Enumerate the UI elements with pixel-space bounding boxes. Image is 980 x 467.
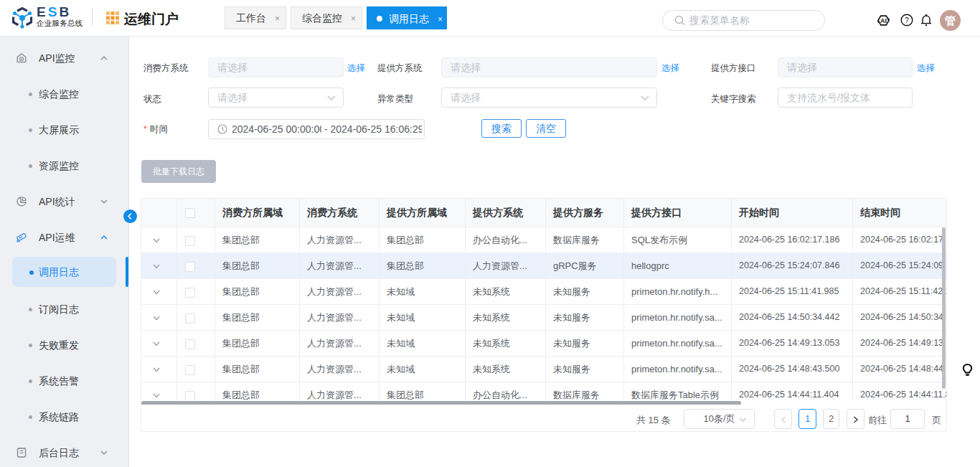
svg-text:AI: AI <box>880 17 887 24</box>
svg-text:?: ? <box>905 16 909 24</box>
